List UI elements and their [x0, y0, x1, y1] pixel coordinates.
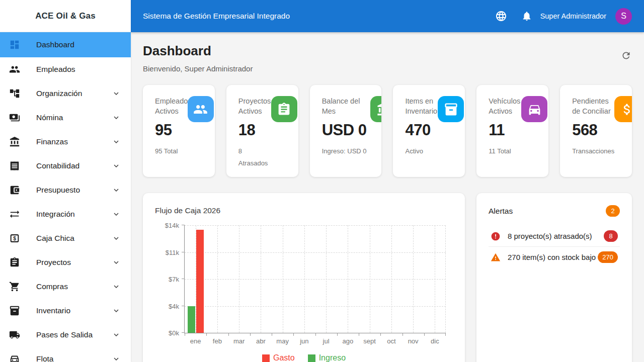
- alerts-card: Alertas 2 8 proyecto(s) atrasado(s) 8 27…: [476, 193, 632, 362]
- x-axis-tick-label: oct: [387, 337, 395, 345]
- sidebar-item-label: Finanzas: [36, 137, 112, 146]
- alert-text: 270 item(s) con stock bajo: [508, 253, 598, 261]
- x-axis-tick: [206, 333, 207, 336]
- stat-card-inventario: Items en Inventario 470 Activo: [393, 85, 465, 177]
- app-title: Sistema de Gestión Empresarial Integrado: [143, 12, 495, 21]
- cashflow-chart-card: Flujo de Caja 2026 $0k$4k$7k$11k$14kenef…: [143, 193, 465, 362]
- chevron-down-icon: [112, 282, 121, 291]
- page-head: Dashboard Bienvenido, Super Administrado…: [143, 43, 632, 73]
- error-icon: [491, 231, 501, 241]
- x-axis-tick: [424, 333, 425, 336]
- sidebar-item-empleados[interactable]: Empleados: [0, 57, 131, 81]
- globe-icon[interactable]: [495, 10, 507, 22]
- sidebar-item-dashboard[interactable]: Dashboard: [0, 32, 131, 57]
- wallet-icon: [9, 185, 20, 196]
- x-axis-tick: [272, 333, 272, 336]
- legend-item-ingreso[interactable]: Ingreso: [308, 353, 346, 362]
- stat-value: USD 0: [322, 121, 377, 139]
- sidebar-item-integracion[interactable]: Integración: [0, 202, 131, 226]
- sidebar-nav: Dashboard Empleados Organización Nómina …: [0, 32, 131, 362]
- sidebar-item-label: Dashboard: [36, 40, 121, 49]
- bell-icon[interactable]: [521, 11, 532, 22]
- sidebar-item-label: Nómina: [36, 113, 112, 122]
- clipboard-icon: [9, 257, 20, 268]
- dashboard-icon: [9, 39, 20, 50]
- legend-label: Ingreso: [319, 353, 346, 362]
- chevron-down-icon: [112, 330, 121, 339]
- alert-text: 8 proyecto(s) atrasado(s): [508, 232, 604, 240]
- page-title: Dashboard: [143, 43, 253, 59]
- chart-gridline: [391, 225, 392, 333]
- chart-gridline: [445, 225, 446, 333]
- sidebar-item-label: Caja Chica: [36, 234, 112, 243]
- sidebar-item-finanzas[interactable]: Finanzas: [0, 130, 131, 154]
- stat-sub: 95 Total: [155, 145, 210, 157]
- car-icon: [521, 96, 547, 122]
- bar-gasto: [196, 230, 204, 333]
- sidebar-item-flota[interactable]: Flota: [0, 347, 131, 362]
- x-axis-tick: [445, 333, 446, 336]
- x-axis-tick: [337, 333, 338, 336]
- alerts-title: Alertas: [489, 207, 513, 216]
- sidebar-item-proyectos[interactable]: Proyectos: [0, 250, 131, 275]
- y-axis-tick-label: $4k: [169, 303, 179, 310]
- user-name: Super Administrador: [540, 12, 606, 20]
- chevron-down-icon: [112, 234, 121, 243]
- sidebar-item-nomina[interactable]: Nómina: [0, 106, 131, 130]
- x-axis-tick-label: sept: [363, 337, 376, 345]
- bar-ingreso: [188, 306, 195, 333]
- y-axis-tick-label: $11k: [166, 249, 179, 256]
- people-icon: [9, 64, 20, 75]
- sidebar-item-caja-chica[interactable]: $ Caja Chica: [0, 226, 131, 250]
- chart-gridline: [185, 252, 446, 253]
- sidebar-item-compras[interactable]: Compras: [0, 275, 131, 299]
- sidebar-item-contabilidad[interactable]: Contabilidad: [0, 154, 131, 178]
- x-axis-tick: [293, 333, 294, 336]
- legend-item-gasto[interactable]: Gasto: [262, 353, 295, 362]
- y-axis-tick: [182, 252, 185, 252]
- sidebar-item-label: Compras: [36, 282, 112, 291]
- app-window: ACE Oil & Gas Dashboard Empleados Organi…: [0, 0, 644, 362]
- sidebar-item-label: Flota: [36, 354, 112, 362]
- stat-value: 18: [238, 121, 293, 139]
- chart-gridline: [185, 306, 446, 307]
- chart-gridline: [185, 279, 446, 280]
- payments-icon: [9, 112, 20, 123]
- alert-row-stock[interactable]: 270 item(s) con stock bajo 270: [489, 247, 620, 267]
- topbar: Sistema de Gestión Empresarial Integrado…: [131, 0, 644, 32]
- legend-label: Gasto: [273, 353, 295, 362]
- alert-row-proyectos[interactable]: 8 proyecto(s) atrasado(s) 8: [489, 226, 620, 247]
- chevron-down-icon: [112, 258, 121, 267]
- x-axis-tick-label: feb: [213, 337, 222, 345]
- bank-icon: [9, 136, 20, 147]
- sidebar-item-presupuesto[interactable]: Presupuesto: [0, 178, 131, 202]
- x-axis-tick-label: nov: [408, 337, 419, 345]
- stat-value: 568: [572, 121, 627, 139]
- sidebar-item-pases-de-salida[interactable]: Pases de Salida: [0, 323, 131, 347]
- x-axis-tick-label: dic: [431, 337, 439, 345]
- y-axis-tick-label: $7k: [169, 276, 179, 283]
- clipboard-icon: [271, 96, 297, 122]
- alerts-header: Alertas 2: [489, 205, 620, 217]
- stat-sub: 8 Atrasados: [238, 145, 293, 169]
- inventory-icon: [9, 305, 20, 316]
- chart-gridline: [283, 225, 283, 333]
- stat-value: 470: [405, 121, 460, 139]
- x-axis-tick-label: mar: [233, 337, 245, 345]
- x-axis-tick-label: jul: [323, 337, 330, 345]
- sidebar-item-label: Integración: [36, 210, 112, 219]
- sidebar-item-organizacion[interactable]: Organización: [0, 81, 131, 106]
- legend-swatch: [308, 354, 315, 362]
- cart-icon: [9, 281, 20, 292]
- stat-title: Balance del Mes: [322, 96, 377, 117]
- legend-swatch: [262, 354, 270, 362]
- stat-card-empleados: Empleados Activos 95 95 Total: [143, 85, 215, 177]
- avatar[interactable]: S: [615, 8, 632, 25]
- sidebar-item-label: Presupuesto: [36, 186, 112, 195]
- stat-sub: Activo: [405, 145, 460, 157]
- chart-title: Flujo de Caja 2026: [155, 206, 453, 215]
- chevron-down-icon: [112, 306, 121, 315]
- stat-sub: Ingreso: USD 0: [322, 145, 377, 157]
- refresh-icon[interactable]: [620, 50, 632, 62]
- sidebar-item-inventario[interactable]: Inventario: [0, 299, 131, 323]
